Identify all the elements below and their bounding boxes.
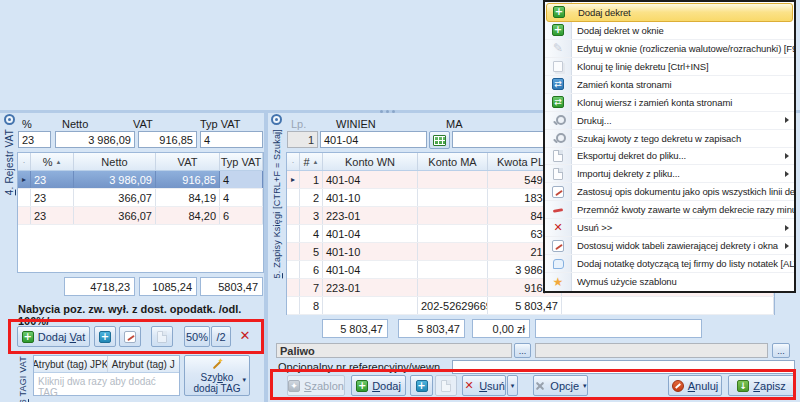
edit-icon — [551, 42, 565, 55]
row-indicator — [287, 243, 300, 260]
quick-add-tag-button[interactable]: Szybko dodaj TAG ▾ — [184, 355, 250, 396]
row-indicator — [287, 297, 300, 314]
menu-item[interactable]: Usuń >> — [545, 219, 794, 237]
table-cell: 6 — [220, 207, 263, 224]
menu-item[interactable]: Zastosuj opis dokumentu jako opis wszyst… — [545, 183, 794, 201]
tab-zapisy-ksiegi[interactable]: 5. Zapisy Księgi [CTRL+F = Szukaj] — [272, 129, 282, 278]
row-indicator: ▸ — [287, 171, 300, 188]
column-header[interactable]: #▲ — [300, 153, 323, 170]
pin-icon[interactable] — [271, 114, 282, 125]
table-row[interactable]: 8202-52629669245 803,47 — [287, 297, 774, 315]
menu-item-label: Eksportuj dekret do pliku... — [577, 150, 785, 161]
menu-item-label: Dodaj dekret — [578, 7, 792, 18]
bottom-toolbar-annotation — [270, 369, 796, 400]
column-header[interactable]: Typ VAT — [220, 153, 263, 170]
column-header[interactable]: VAT — [156, 153, 220, 170]
percent-field[interactable]: 23 — [18, 131, 51, 148]
table-cell: 401-04 — [323, 225, 418, 242]
vat-field[interactable]: 916,85 — [138, 131, 197, 148]
column-header[interactable]: Konto MA — [418, 153, 488, 170]
table-cell: 4 — [220, 171, 263, 188]
row-indicator-header[interactable]: · — [287, 153, 300, 170]
column-header[interactable]: %▲ — [31, 153, 74, 170]
quick-add-tag-label: Szybko dodaj TAG — [187, 372, 247, 394]
winien-account-field[interactable]: 401-04 — [320, 131, 427, 148]
menu-item-label: Wymuś użycie szablonu — [577, 276, 794, 287]
force-template-icon — [551, 275, 565, 288]
menu-item[interactable]: Dodaj dekret — [546, 3, 793, 22]
lp-label: Lp. — [291, 118, 306, 130]
menu-item[interactable]: Eksportuj dekret do pliku... — [545, 148, 794, 166]
table-row[interactable]: 23366,0784,194 — [18, 189, 263, 207]
vertical-splitter[interactable] — [264, 113, 268, 402]
menu-item[interactable]: Dodaj notatkę dotyczącą tej firmy do lis… — [545, 255, 794, 273]
submenu-arrow-icon — [785, 171, 789, 177]
row-indicator-header[interactable]: · — [18, 153, 31, 170]
export-icon — [551, 150, 565, 162]
menu-item[interactable]: Klonuj tę linię dekretu [Ctrl+INS] — [545, 58, 794, 76]
vat-label: VAT — [133, 118, 153, 130]
vat-summary: 1085,24 — [139, 277, 197, 296]
tab-tagi-vat[interactable]: 6 TAGI VAT — [18, 356, 28, 402]
table-cell: 4 — [300, 225, 323, 242]
column-header[interactable]: Netto — [74, 153, 156, 170]
vat-register-grid[interactable]: ·%▲NettoVATTyp VAT▸233 986,09916,8542336… — [17, 152, 264, 273]
table-cell: 401-04 — [323, 171, 418, 188]
tags-tab-strip: 6 TAGI VAT — [16, 356, 29, 400]
table-cell — [418, 207, 488, 224]
typ-vat-field[interactable]: 4 — [200, 131, 263, 148]
tag-col-2[interactable]: Atrybut (tag) J — [108, 356, 180, 372]
menu-item[interactable]: Dodaj dekret w oknie — [545, 22, 794, 40]
menu-item[interactable]: Edytuj w oknie (rozliczenia walutowe/roz… — [545, 40, 794, 58]
splitter-grip[interactable] — [380, 110, 395, 113]
winien-summary: 5 803,47 — [322, 319, 388, 338]
table-cell: 23 — [31, 207, 74, 224]
netto-summary: 4718,23 — [64, 277, 135, 296]
menu-item[interactable]: Zamień konta stronami — [545, 76, 794, 94]
tag-col-jpk[interactable]: Atrybut (tag) JPK — [34, 356, 108, 372]
menu-item[interactable]: Przemnóż kwoty zawarte w całym dekrecie … — [545, 201, 794, 219]
table-cell — [418, 243, 488, 260]
table-cell: 2 — [300, 189, 323, 206]
description-browse-button[interactable]: ... — [514, 343, 531, 358]
table-row[interactable]: 23366,0784,206 — [18, 207, 263, 225]
winien-label: WINIEN — [336, 118, 376, 130]
table-cell: 23 — [31, 171, 74, 188]
table-cell: 5 — [300, 243, 323, 260]
menu-item[interactable]: Klonuj wiersz i zamień konta stronami — [545, 94, 794, 112]
table-cell — [418, 225, 488, 242]
table-cell: 401-10 — [323, 243, 418, 260]
menu-item[interactable]: Importuj dekrety z pliku... — [545, 165, 794, 183]
description-browse-button-2[interactable]: ... — [772, 343, 790, 358]
menu-item-label: Edytuj w oknie (rozliczenia walutowe/roz… — [577, 43, 794, 54]
sort-ascending-icon: ▲ — [55, 159, 61, 165]
account-lookup-button[interactable] — [429, 131, 450, 149]
tags-grid[interactable]: Atrybut (tag) JPK Atrybut (tag) J Klikni… — [33, 355, 180, 396]
menu-item-label: Zamień konta stronami — [577, 79, 794, 90]
description-field[interactable]: Paliwo — [276, 343, 512, 358]
ma-label: MA — [446, 118, 463, 130]
menu-item[interactable]: Szukaj kwoty z tego dekretu w zapisach — [545, 130, 794, 148]
table-row[interactable]: ▸233 986,09916,854 — [18, 171, 263, 189]
table-cell: 84,20 — [156, 207, 220, 224]
difference-summary: 0,00 zł — [472, 319, 530, 338]
lp-field: 1 — [287, 131, 318, 148]
table-cell: 4 — [220, 189, 263, 206]
table-cell: 7 — [300, 279, 323, 296]
apply-description-icon — [551, 186, 565, 198]
description-field-2[interactable] — [535, 343, 768, 358]
tab-rejestr-vat[interactable]: 4. Rejestr VAT — [4, 129, 15, 195]
menu-item[interactable]: Dostosuj widok tabeli zawierającej dekre… — [545, 237, 794, 255]
menu-item-label: Klonuj tę linię dekretu [Ctrl+INS] — [577, 61, 794, 72]
menu-item[interactable]: Wymuś użycie szablonu — [545, 273, 794, 290]
column-header[interactable]: Konto WN — [323, 153, 418, 170]
chevron-down-icon: ▾ — [242, 374, 246, 385]
summary-extra-box — [535, 319, 702, 338]
netto-field[interactable]: 3 986,09 — [55, 131, 135, 148]
table-cell: 3 — [300, 207, 323, 224]
menu-item[interactable]: Drukuj... — [545, 112, 794, 130]
pin-icon[interactable] — [4, 114, 15, 125]
delete-icon — [551, 222, 565, 234]
table-cell: 6 — [300, 261, 323, 278]
percent-label: % — [22, 118, 32, 130]
